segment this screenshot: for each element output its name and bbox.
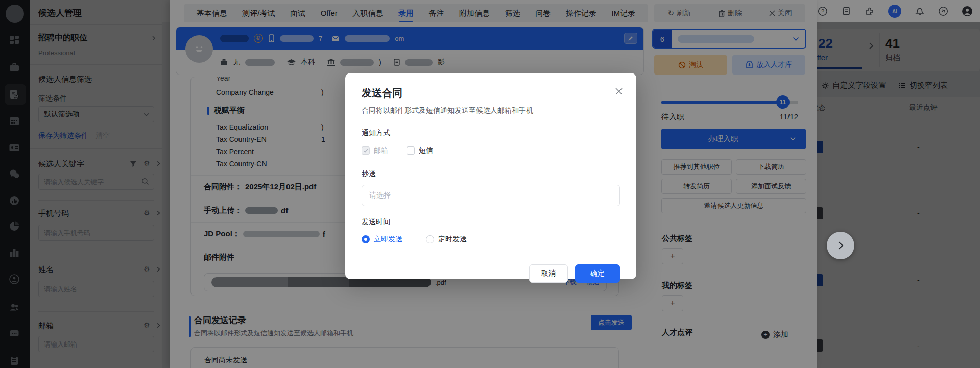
send-scheduled-option[interactable]: 定时发送 [426, 235, 467, 244]
notify-method-label: 通知方式 [362, 129, 620, 138]
cc-placeholder: 请选择 [369, 191, 391, 200]
send-scheduled-label: 定时发送 [438, 235, 467, 244]
sms-checkbox-option[interactable]: 短信 [407, 146, 433, 155]
notify-method-options: 邮箱 短信 [362, 146, 620, 155]
drawer-expand-button[interactable] [827, 232, 854, 259]
confirm-button[interactable]: 确定 [575, 264, 620, 283]
chevron-right-icon [836, 240, 845, 251]
cc-label: 抄送 [362, 169, 620, 179]
modal-subtitle: 合同将以邮件形式及短信通知发送至候选人邮箱和手机 [362, 106, 620, 115]
sms-checkbox[interactable] [407, 146, 415, 155]
email-checkbox-option: 邮箱 [362, 146, 388, 155]
cc-select[interactable]: 请选择 [362, 185, 620, 206]
cancel-button[interactable]: 取消 [529, 264, 568, 283]
send-contract-modal: 发送合同 合同将以邮件形式及短信通知发送至候选人邮箱和手机 通知方式 邮箱 短信… [345, 73, 636, 279]
email-checkbox [362, 146, 370, 155]
send-scheduled-radio[interactable] [426, 235, 434, 243]
send-now-option[interactable]: 立即发送 [362, 235, 402, 244]
send-time-label: 发送时间 [362, 217, 620, 227]
modal-title: 发送合同 [362, 73, 620, 100]
modal-footer: 取消 确定 [362, 264, 620, 283]
email-checkbox-label: 邮箱 [374, 146, 388, 155]
send-now-label: 立即发送 [374, 235, 402, 244]
send-time-options: 立即发送 定时发送 [362, 235, 620, 244]
modal-close-icon[interactable] [615, 87, 623, 95]
sms-checkbox-label: 短信 [419, 146, 433, 155]
send-now-radio[interactable] [362, 235, 370, 243]
